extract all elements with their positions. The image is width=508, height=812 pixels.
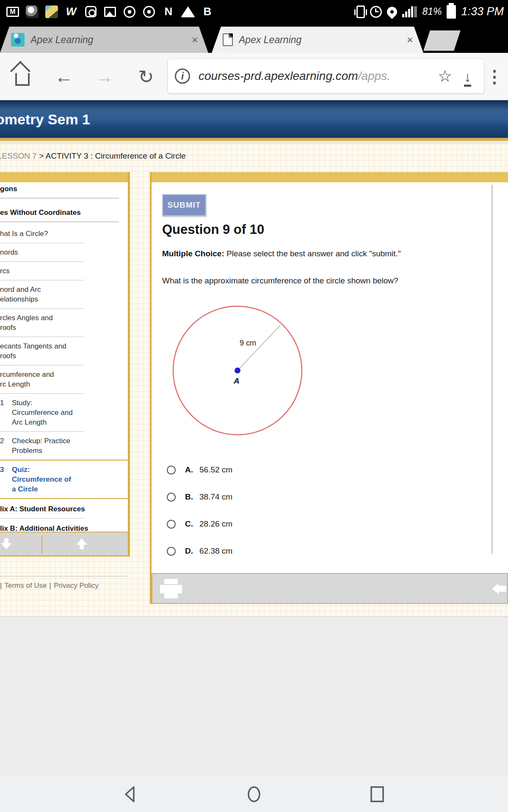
- notification-icons: M W N B: [0, 5, 214, 19]
- submit-button[interactable]: SUBMIT: [162, 194, 206, 216]
- forward-icon: →: [95, 66, 114, 87]
- tab-close-icon[interactable]: ×: [189, 33, 201, 47]
- android-sync-2-icon: [142, 5, 156, 19]
- option-b[interactable]: B. 38.74 cm: [167, 483, 378, 510]
- divider: [41, 536, 42, 554]
- sidebar-item-appendix-a[interactable]: lix A: Student Resources: [0, 499, 128, 518]
- sidebar-item-arcs[interactable]: rcs: [0, 262, 128, 280]
- letter-n-app-icon: N: [162, 5, 175, 19]
- course-header: ometry Sem 1: [0, 100, 508, 141]
- option-a-radio[interactable]: [167, 466, 176, 475]
- vibrate-icon: [356, 5, 365, 18]
- breadcrumb-lesson[interactable]: LESSON 7: [0, 151, 37, 160]
- battery-icon: [447, 5, 456, 19]
- instruction-type: Multiple Choice:: [162, 249, 224, 258]
- footer-links: |Terms of Use|Privacy Policy: [0, 576, 127, 590]
- gallery-icon: [103, 5, 117, 19]
- page-info-icon[interactable]: i: [175, 69, 190, 84]
- bookmark-star-icon[interactable]: ☆: [432, 67, 458, 85]
- letter-b-app-icon: B: [201, 5, 214, 19]
- home-button[interactable]: [8, 53, 37, 100]
- android-nav-bar: [0, 776, 508, 812]
- signal-icon: [402, 6, 417, 17]
- option-d-radio[interactable]: [167, 547, 176, 556]
- reload-button[interactable]: ↻: [131, 53, 161, 100]
- url-path: /apps.: [358, 69, 390, 82]
- center-label: A: [233, 376, 240, 385]
- url-text[interactable]: courses-prd.apexlearning.com/apps.: [199, 69, 432, 83]
- instagram-icon: [84, 5, 97, 19]
- sidebar-item-what-is-a-circle[interactable]: hat Is a Circle?: [0, 222, 128, 243]
- tab-title: Apex Learning: [30, 34, 189, 46]
- terms-of-use-link[interactable]: Terms of Use: [2, 582, 49, 590]
- previous-question-icon[interactable]: [492, 583, 506, 594]
- radius-label: 9 cm: [240, 339, 256, 347]
- sidebar-item-circumference-arc-length[interactable]: rcumference and rc Length: [0, 365, 128, 393]
- scroll-down-icon[interactable]: [1, 538, 12, 549]
- status-right-cluster: 81% 1:33 PM: [356, 5, 508, 19]
- avatar-bw-icon: [25, 5, 39, 19]
- option-c[interactable]: C. 28.26 cm: [167, 510, 378, 538]
- avatar-color-icon: [45, 5, 58, 19]
- sidebar-item-appendix-b[interactable]: lix B: Additional Activities: [0, 518, 128, 532]
- lesson-sidebar: gons es Without Coordinates hat Is a Cir…: [0, 172, 130, 557]
- android-back-icon[interactable]: [121, 785, 141, 804]
- sidebar-item-circles-without-coordinates[interactable]: es Without Coordinates: [0, 198, 128, 222]
- quiz-gold-bar: [152, 172, 508, 182]
- breadcrumb: LESSON 7 > ACTIVITY 3 : Circumference of…: [0, 151, 186, 161]
- android-recents-icon[interactable]: [367, 785, 387, 804]
- option-c-radio[interactable]: [167, 520, 176, 529]
- answer-options: A. 56.52 cm B. 38.74 cm C. 28.26 cm D. 6…: [167, 456, 378, 565]
- back-button[interactable]: ←: [49, 53, 79, 100]
- question-text: What is the approximate circumference of…: [162, 276, 398, 285]
- course-title: ometry Sem 1: [0, 111, 90, 128]
- wifi-share-icon: [181, 5, 195, 19]
- sidebar-item-chords[interactable]: nords: [0, 243, 128, 261]
- sidebar-item-secants-tangents-proofs[interactable]: ecants Tangents and roofs: [0, 337, 128, 365]
- sidebar-item-chord-arc-relationships[interactable]: nord and Arc elationships: [0, 280, 128, 308]
- gmail-icon: M: [6, 5, 19, 19]
- print-icon[interactable]: [160, 579, 182, 598]
- android-home-icon[interactable]: [244, 785, 264, 804]
- option-d[interactable]: D. 62.38 cm: [167, 538, 378, 565]
- sidebar-item-polygons[interactable]: gons: [0, 182, 128, 198]
- download-button[interactable]: ↓: [458, 67, 477, 85]
- question-title: Question 9 of 10: [162, 222, 264, 237]
- option-b-radio[interactable]: [167, 493, 176, 502]
- sidebar-item-circles-angles-proofs[interactable]: rcles Angles and roofs: [0, 309, 128, 337]
- quiz-scrollbar[interactable]: [491, 185, 493, 554]
- browser-tab-bar: Apex Learning × Apex Learning ×: [0, 23, 508, 53]
- url-host: courses-prd.apexlearning.com: [199, 69, 358, 82]
- quiz-body: SUBMIT Question 9 of 10 Multiple Choice:…: [152, 182, 508, 573]
- url-bar[interactable]: i courses-prd.apexlearning.com/apps. ☆ ↓: [168, 59, 484, 93]
- quiz-footer-bar: [152, 573, 508, 604]
- sidebar-outline: gons es Without Coordinates hat Is a Cir…: [0, 182, 128, 532]
- tab-apex-learning-active[interactable]: Apex Learning ×: [212, 27, 423, 53]
- tab-switcher-button[interactable]: [423, 30, 461, 51]
- tab-apex-learning-inactive[interactable]: Apex Learning ×: [0, 27, 208, 53]
- android-sync-icon: [123, 5, 136, 19]
- sidebar-gold-bar: [0, 172, 128, 182]
- breadcrumb-activity: ACTIVITY 3 : Circumference of a Circle: [46, 151, 186, 160]
- course-page: LESSON 7 > ACTIVITY 3 : Circumference of…: [0, 144, 508, 616]
- circle-figure: 9 cm A: [172, 304, 304, 437]
- battery-percent: 81%: [422, 6, 442, 17]
- question-instruction: Multiple Choice: Please select the best …: [162, 249, 401, 258]
- forward-button[interactable]: →: [90, 53, 119, 100]
- tab-close-icon[interactable]: ×: [404, 33, 416, 47]
- download-icon: ↓: [464, 69, 471, 87]
- browser-menu-button[interactable]: ⋮: [484, 53, 505, 100]
- privacy-policy-link[interactable]: Privacy Policy: [51, 582, 101, 590]
- sidebar-item-checkup[interactable]: 2 Checkup: Practice Problems: [0, 432, 128, 460]
- reload-icon: ↻: [138, 66, 154, 88]
- letter-w-app-icon: W: [64, 5, 78, 19]
- clock: 1:33 PM: [461, 5, 504, 18]
- tab-title: Apex Learning: [239, 34, 404, 46]
- center-dot: [235, 368, 240, 373]
- scroll-up-icon[interactable]: [76, 538, 87, 549]
- sidebar-item-study[interactable]: 1 Study: Circumference and Arc Length: [0, 394, 128, 431]
- sidebar-item-quiz-active[interactable]: 3 Quiz: Circumference of a Circle: [0, 460, 128, 499]
- location-icon: [385, 5, 399, 19]
- option-a[interactable]: A. 56.52 cm: [167, 456, 378, 483]
- page-background: [0, 616, 508, 776]
